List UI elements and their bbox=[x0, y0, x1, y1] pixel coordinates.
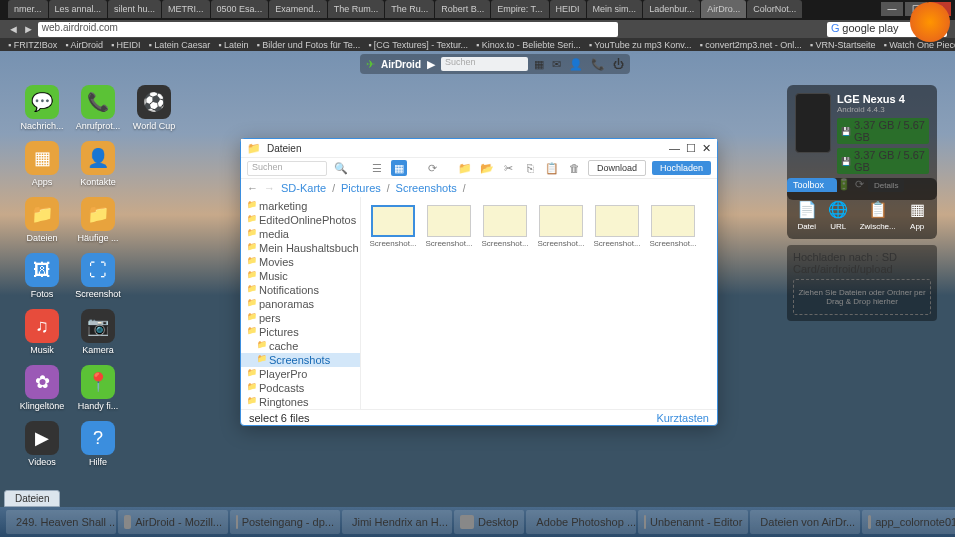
tree-item[interactable]: Mein Haushaltsbuch bbox=[241, 241, 360, 255]
taskbar-item[interactable]: Posteingang - dp... bbox=[230, 510, 340, 534]
file-thumbnail[interactable]: Screenshot... bbox=[369, 205, 417, 248]
toolbox-item-datei[interactable]: 📄Datei bbox=[797, 200, 817, 231]
shortcuts-link[interactable]: Kurztasten bbox=[656, 412, 709, 424]
tree-item[interactable]: EditedOnlinePhotos bbox=[241, 213, 360, 227]
bookmark-item[interactable]: ▪ Bilder und Fotos für Te... bbox=[257, 40, 361, 50]
tree-item[interactable]: Ringtones bbox=[241, 395, 360, 409]
breadcrumb-item[interactable]: SD-Karte bbox=[281, 182, 326, 194]
minimize-button[interactable]: — bbox=[881, 2, 903, 16]
browser-tab[interactable]: Ladenbur... bbox=[643, 0, 700, 18]
tree-item[interactable]: panoramas bbox=[241, 297, 360, 311]
window-minimize-icon[interactable]: — bbox=[669, 142, 680, 155]
mail-icon[interactable]: ✉ bbox=[552, 58, 561, 71]
window-maximize-icon[interactable]: ☐ bbox=[686, 142, 696, 155]
browser-tab[interactable]: AirDro... bbox=[701, 0, 746, 18]
grid-icon[interactable]: ▦ bbox=[534, 58, 544, 71]
play-icon[interactable]: ▶ bbox=[427, 58, 435, 71]
cut-icon[interactable]: ✂ bbox=[501, 160, 517, 176]
toolbox-item-zwische...[interactable]: 📋Zwische... bbox=[860, 200, 896, 231]
desktop-icon-hilfe[interactable]: ?Hilfe bbox=[74, 421, 122, 467]
file-window-titlebar[interactable]: 📁 Dateien — ☐ ✕ bbox=[241, 139, 717, 157]
contact-icon[interactable]: 👤 bbox=[569, 58, 583, 71]
desktop-icon-screenshot[interactable]: ⛶Screenshot bbox=[74, 253, 122, 299]
browser-tab[interactable]: Robert B... bbox=[435, 0, 490, 18]
folder-up-icon[interactable]: 📂 bbox=[479, 160, 495, 176]
back-icon[interactable]: ◄ bbox=[8, 23, 19, 35]
desktop-icon-handyfi[interactable]: 📍Handy fi... bbox=[74, 365, 122, 411]
file-search-input[interactable]: Suchen bbox=[247, 161, 327, 176]
tree-item[interactable]: marketing bbox=[241, 199, 360, 213]
browser-tab[interactable]: Mein sim... bbox=[587, 0, 643, 18]
file-thumbnail[interactable]: Screenshot... bbox=[537, 205, 585, 248]
url-input[interactable]: web.airdroid.com bbox=[38, 22, 618, 37]
refresh-icon[interactable]: ⟳ bbox=[424, 160, 440, 176]
tree-item[interactable]: cache bbox=[241, 339, 360, 353]
bookmark-item[interactable]: ▪ [CG Textures] - Textur... bbox=[368, 40, 468, 50]
delete-icon[interactable]: 🗑 bbox=[566, 160, 582, 176]
bookmark-item[interactable]: ▪ AirDroid bbox=[65, 40, 103, 50]
forward-icon[interactable]: ► bbox=[23, 23, 34, 35]
taskbar-item[interactable]: Unbenannt - Editor bbox=[638, 510, 748, 534]
browser-tab[interactable]: Examend... bbox=[269, 0, 327, 18]
breadcrumb-item[interactable]: Screenshots bbox=[396, 182, 457, 194]
bookmark-item[interactable]: ▪ HEIDI bbox=[111, 40, 141, 50]
airdroid-search-input[interactable]: Suchen bbox=[441, 57, 528, 71]
bookmark-item[interactable]: ▪ VRN-Startseite bbox=[810, 40, 876, 50]
tree-item[interactable]: Movies bbox=[241, 255, 360, 269]
taskbar-item[interactable]: Dateien von AirDr... bbox=[750, 510, 860, 534]
desktop-icon-kamera[interactable]: 📷Kamera bbox=[74, 309, 122, 355]
new-folder-icon[interactable]: 📁 bbox=[457, 160, 473, 176]
browser-tab[interactable]: The Rum... bbox=[328, 0, 385, 18]
taskbar-item[interactable]: Jimi Hendrix an H... bbox=[342, 510, 452, 534]
desktop-icon-hufige[interactable]: 📁Häufige ... bbox=[74, 197, 122, 243]
breadcrumb-item[interactable]: Pictures bbox=[341, 182, 381, 194]
power-icon[interactable]: ⏻ bbox=[613, 58, 624, 71]
desktop-icon-apps[interactable]: ▦Apps bbox=[18, 141, 66, 187]
folder-tree[interactable]: marketingEditedOnlinePhotosmediaMein Hau… bbox=[241, 197, 361, 409]
taskbar-item[interactable]: app_colornote01... bbox=[862, 510, 955, 534]
browser-tab[interactable]: METRI... bbox=[162, 0, 210, 18]
taskbar-item[interactable]: 249. Heaven Shall ... bbox=[6, 510, 116, 534]
upload-dropzone[interactable]: Ziehen Sie Dateien oder Ordner per Drag … bbox=[793, 279, 931, 315]
tree-item[interactable]: Pictures bbox=[241, 325, 360, 339]
taskbar-item[interactable]: Adobe Photoshop ... bbox=[526, 510, 636, 534]
bookmark-item[interactable]: ▪ Latein bbox=[218, 40, 248, 50]
tree-item[interactable]: Music bbox=[241, 269, 360, 283]
desktop-icon-anrufprot[interactable]: 📞Anrufprot... bbox=[74, 85, 122, 131]
search-icon[interactable]: 🔍 bbox=[333, 160, 349, 176]
list-view-icon[interactable]: ☰ bbox=[370, 160, 386, 176]
desktop-icon-worldcup[interactable]: ⚽World Cup bbox=[130, 85, 178, 131]
browser-tab[interactable]: HEIDI bbox=[550, 0, 586, 18]
file-thumbnail[interactable]: Screenshot... bbox=[593, 205, 641, 248]
desktop-icon-videos[interactable]: ▶Videos bbox=[18, 421, 66, 467]
toolbox-item-app[interactable]: ▦App bbox=[907, 200, 927, 231]
app-tab[interactable]: Dateien bbox=[4, 490, 60, 507]
desktop-icon-dateien[interactable]: 📁Dateien bbox=[18, 197, 66, 243]
taskbar-item[interactable]: AirDroid - Mozill... bbox=[118, 510, 228, 534]
browser-tab[interactable]: silent hu... bbox=[108, 0, 161, 18]
grid-view-icon[interactable]: ▦ bbox=[391, 160, 407, 176]
browser-tab[interactable]: Les annal... bbox=[49, 0, 108, 18]
bookmark-item[interactable]: ▪ convert2mp3.net - Onl... bbox=[700, 40, 802, 50]
browser-tab[interactable]: ColorNot... bbox=[747, 0, 802, 18]
tree-item[interactable]: Notifications bbox=[241, 283, 360, 297]
taskbar-item[interactable]: Desktop bbox=[454, 510, 524, 534]
window-close-icon[interactable]: ✕ bbox=[702, 142, 711, 155]
desktop-icon-fotos[interactable]: 🖼Fotos bbox=[18, 253, 66, 299]
file-thumbnail[interactable]: Screenshot... bbox=[649, 205, 697, 248]
browser-tab[interactable]: Empire: T... bbox=[491, 0, 548, 18]
file-thumbnail[interactable]: Screenshot... bbox=[425, 205, 473, 248]
phone-icon[interactable]: 📞 bbox=[591, 58, 605, 71]
forward-arrow-icon[interactable]: → bbox=[264, 182, 275, 194]
tree-item[interactable]: Screenshots bbox=[241, 353, 360, 367]
bookmark-item[interactable]: ▪ Latein Caesar bbox=[149, 40, 211, 50]
bookmark-item[interactable]: ▪ FRITZ!Box bbox=[8, 40, 57, 50]
file-thumbnail[interactable]: Screenshot... bbox=[481, 205, 529, 248]
desktop-icon-musik[interactable]: ♫Musik bbox=[18, 309, 66, 355]
browser-tab[interactable]: nmer... bbox=[8, 0, 48, 18]
paste-icon[interactable]: 📋 bbox=[544, 160, 560, 176]
browser-tab[interactable]: 0500 Esa... bbox=[211, 0, 269, 18]
bookmark-item[interactable]: ▪ Kinox.to - Beliebte Seri... bbox=[476, 40, 581, 50]
desktop-icon-kontakte[interactable]: 👤Kontakte bbox=[74, 141, 122, 187]
desktop-icon-klingeltne[interactable]: ✿Klingeltöne bbox=[18, 365, 66, 411]
